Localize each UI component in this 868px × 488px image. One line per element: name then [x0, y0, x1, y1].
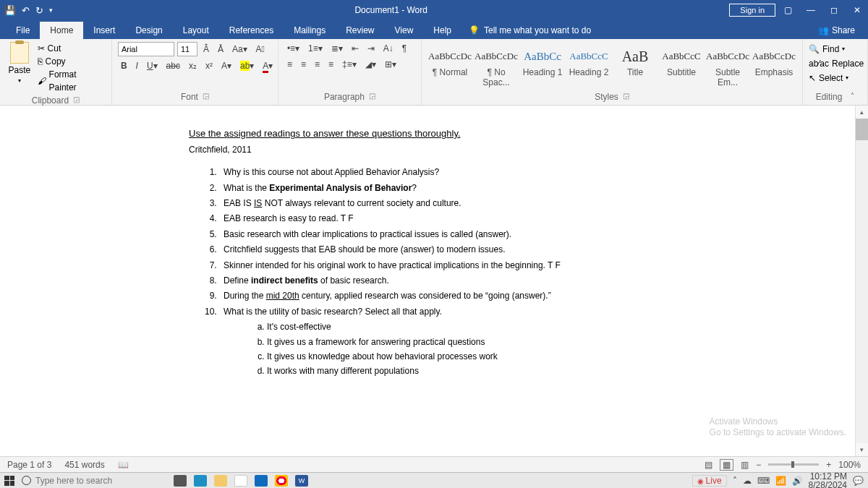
page-indicator[interactable]: Page 1 of 3 — [7, 460, 51, 470]
explorer-icon[interactable] — [214, 475, 227, 487]
tray-chevron-icon[interactable]: ˄ — [733, 476, 737, 486]
scroll-thumb[interactable] — [856, 119, 868, 140]
style-subtitle[interactable]: AaBbCcCSubtitle — [659, 43, 704, 84]
subscript-button[interactable]: x₂ — [186, 59, 200, 72]
taskbar-search[interactable]: Type here to search — [22, 476, 166, 486]
strike-button[interactable]: abc — [163, 59, 183, 72]
align-center-button[interactable]: ≡ — [298, 58, 309, 71]
tab-view[interactable]: View — [385, 22, 424, 39]
tab-home[interactable]: Home — [40, 22, 83, 39]
tab-mailings[interactable]: Mailings — [284, 22, 336, 39]
style-title[interactable]: AaBTitle — [613, 43, 658, 84]
zoom-out-button[interactable]: − — [756, 460, 761, 470]
replace-button[interactable]: ab⁄acReplace — [809, 56, 861, 71]
bold-button[interactable]: B — [118, 59, 130, 72]
multilevel-button[interactable]: ≣▾ — [328, 42, 346, 55]
sign-in-button[interactable]: Sign in — [729, 4, 775, 17]
edge-icon[interactable] — [194, 475, 207, 487]
styles-launcher-icon[interactable]: ◲ — [623, 92, 629, 102]
text-effects-button[interactable]: A▾ — [218, 59, 234, 72]
zoom-level[interactable]: 100% — [838, 460, 861, 470]
align-left-button[interactable]: ≡ — [284, 58, 295, 71]
save-icon[interactable]: 💾 — [4, 5, 16, 16]
tell-me-search[interactable]: 💡Tell me what you want to do — [461, 22, 598, 39]
change-case-button[interactable]: Aa▾ — [229, 43, 250, 56]
font-name-combo[interactable] — [118, 42, 174, 56]
word-count[interactable]: 451 words — [64, 460, 104, 470]
cut-button[interactable]: ✂Cut — [38, 42, 106, 55]
numbering-button[interactable]: 1≡▾ — [305, 42, 326, 55]
tab-insert[interactable]: Insert — [83, 22, 125, 39]
font-launcher-icon[interactable]: ◲ — [203, 92, 209, 102]
clear-format-button[interactable]: A⃠ — [253, 43, 268, 56]
style-heading-2[interactable]: AaBbCcCHeading 2 — [566, 43, 611, 84]
style-heading-1[interactable]: AaBbCcHeading 1 — [520, 43, 565, 84]
clipboard-launcher-icon[interactable]: ◲ — [73, 95, 80, 106]
close-icon[interactable]: ✕ — [851, 5, 864, 15]
shrink-font-button[interactable]: Ǎ — [215, 43, 226, 56]
format-painter-button[interactable]: 🖌Format Painter — [38, 68, 106, 94]
chrome-icon[interactable] — [275, 475, 288, 487]
word-icon[interactable]: W — [295, 475, 308, 487]
italic-button[interactable]: I — [133, 59, 141, 72]
scroll-up-icon[interactable]: ▴ — [856, 106, 868, 119]
tab-references[interactable]: References — [219, 22, 284, 39]
undo-icon[interactable]: ↶ — [22, 5, 30, 16]
show-marks-button[interactable]: ¶ — [399, 42, 409, 55]
volume-icon[interactable]: 🔊 — [792, 476, 803, 486]
align-right-button[interactable]: ≡ — [312, 58, 323, 71]
tab-help[interactable]: Help — [423, 22, 461, 39]
style--no-spac-[interactable]: AaBbCcDc¶ No Spac... — [474, 43, 519, 84]
style-emphasis[interactable]: AaBbCcDcEmphasis — [752, 43, 796, 84]
mail-icon[interactable] — [255, 475, 268, 487]
start-button[interactable] — [4, 476, 14, 486]
find-button[interactable]: 🔍Find▾ — [809, 42, 861, 56]
superscript-button[interactable]: x² — [203, 59, 216, 72]
paste-button[interactable]: Paste▾ — [6, 42, 33, 94]
wifi-icon[interactable]: 📶 — [775, 476, 786, 486]
tab-design[interactable]: Design — [125, 22, 172, 39]
tab-file[interactable]: File — [6, 22, 40, 39]
store-icon[interactable] — [234, 475, 247, 487]
sort-button[interactable]: A↓ — [380, 42, 396, 55]
keyboard-icon[interactable]: ⌨ — [757, 476, 770, 486]
underline-button[interactable]: U▾ — [144, 59, 161, 72]
zoom-slider[interactable] — [768, 463, 819, 466]
task-view-icon[interactable] — [174, 475, 187, 487]
inc-indent-button[interactable]: ⇥ — [365, 42, 378, 55]
live-badge[interactable]: ◉ Live — [692, 475, 727, 487]
style--normal[interactable]: AaBbCcDc¶ Normal — [427, 43, 472, 84]
style-subtle-em-[interactable]: AaBbCcDcSubtle Em... — [705, 43, 750, 84]
print-layout-icon[interactable]: ▦ — [720, 459, 733, 471]
font-size-combo[interactable] — [177, 42, 197, 56]
line-spacing-button[interactable]: ‡≡▾ — [339, 58, 359, 71]
shading-button[interactable]: ◢▾ — [362, 58, 379, 71]
zoom-in-button[interactable]: + — [826, 460, 831, 470]
dec-indent-button[interactable]: ⇤ — [349, 42, 362, 55]
borders-button[interactable]: ⊞▾ — [382, 58, 399, 71]
redo-icon[interactable]: ↻ — [35, 5, 43, 16]
grow-font-button[interactable]: Â — [200, 43, 212, 56]
proofing-icon[interactable]: 📖 — [118, 460, 129, 470]
share-button[interactable]: 👥Share — [811, 22, 862, 39]
justify-button[interactable]: ≡ — [326, 58, 336, 71]
tab-review[interactable]: Review — [336, 22, 384, 39]
copy-button[interactable]: ⎘Copy — [38, 55, 106, 68]
bullets-button[interactable]: •≡▾ — [284, 42, 302, 55]
web-layout-icon[interactable]: ▥ — [741, 460, 749, 470]
system-clock[interactable]: 10:12 PM8/28/2024 — [809, 472, 847, 489]
tab-layout[interactable]: Layout — [173, 22, 219, 39]
scroll-down-icon[interactable]: ▾ — [856, 443, 868, 456]
ribbon-display-icon[interactable]: ▢ — [781, 5, 794, 15]
collapse-ribbon-icon[interactable]: ˄ — [851, 92, 854, 102]
highlight-button[interactable]: ab▾ — [237, 59, 257, 72]
maximize-icon[interactable]: ◻ — [827, 5, 841, 15]
onedrive-icon[interactable]: ☁ — [743, 476, 752, 486]
paragraph-launcher-icon[interactable]: ◲ — [369, 92, 375, 102]
document-area[interactable]: Use the assigned readings to answer thes… — [0, 106, 855, 456]
vertical-scrollbar[interactable]: ▴ ▾ — [855, 106, 868, 456]
select-button[interactable]: ↖Select▾ — [809, 71, 861, 85]
font-color-button[interactable]: A▾ — [260, 59, 276, 72]
read-mode-icon[interactable]: ▤ — [705, 460, 712, 470]
notifications-icon[interactable]: 💬 — [853, 476, 864, 486]
